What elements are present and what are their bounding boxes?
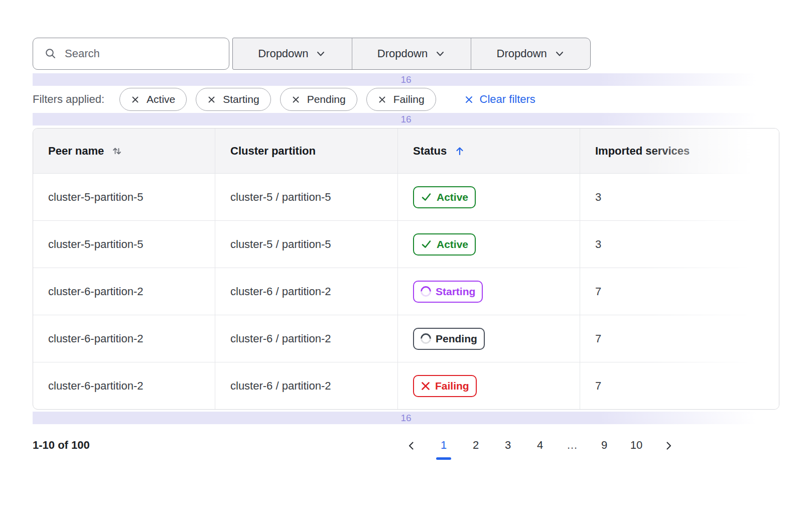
column-label: Peer name: [48, 145, 104, 158]
page-button-9[interactable]: 9: [593, 435, 616, 460]
dropdown-group: Dropdown Dropdown Dropdown: [232, 38, 591, 70]
status-badge: Failing: [413, 375, 477, 397]
filter-chip-label: Failing: [393, 93, 425, 105]
cell-imported-services: 3: [580, 221, 779, 268]
spinner-icon: [421, 286, 431, 297]
close-icon[interactable]: [292, 95, 300, 104]
filter-chip-label: Pending: [307, 93, 346, 105]
spacing-annotation-label: 16: [400, 413, 411, 424]
filters-row: Filters applied: Active Starting Pending…: [33, 88, 779, 111]
status-badge: Starting: [413, 281, 483, 303]
pagination-ellipsis: …: [561, 435, 584, 460]
column-label: Imported services: [595, 145, 690, 158]
filter-chip-starting[interactable]: Starting: [196, 88, 270, 111]
close-icon[interactable]: [131, 95, 140, 104]
spacing-annotation-label: 16: [400, 114, 411, 125]
table-row: cluster-6-partition-2 cluster-6 / partit…: [33, 362, 779, 409]
spacing-annotation-bar: 16: [33, 113, 779, 125]
page-list: 1234…910: [432, 435, 648, 460]
table-footer: 1-10 of 100 1234…910: [33, 435, 779, 460]
next-page-button[interactable]: [657, 435, 680, 460]
cell-cluster-partition: cluster-6 / partition-2: [215, 315, 398, 362]
close-icon[interactable]: [207, 95, 216, 104]
page-button-4[interactable]: 4: [528, 435, 552, 460]
spacing-annotation-bar: 16: [33, 412, 779, 424]
cell-cluster-partition: cluster-6 / partition-2: [215, 362, 398, 409]
pagination: 1234…910: [400, 435, 680, 460]
column-header-status[interactable]: Status: [398, 129, 580, 173]
search-field[interactable]: [64, 47, 221, 61]
filter-chip-pending[interactable]: Pending: [280, 88, 357, 111]
filters-applied-label: Filters applied:: [33, 93, 104, 106]
cell-status: Active: [398, 174, 580, 220]
toolbar: Dropdown Dropdown Dropdown: [33, 38, 779, 70]
status-badge: Pending: [413, 328, 485, 350]
cell-imported-services: 3: [580, 174, 779, 220]
page-button-10[interactable]: 10: [625, 435, 648, 460]
cell-peer-name: cluster-6-partition-2: [33, 315, 215, 362]
dropdown-label: Dropdown: [497, 47, 547, 60]
dropdown-label: Dropdown: [258, 47, 308, 60]
spacing-annotation-bar: 16: [33, 73, 779, 86]
page-button-current[interactable]: 1: [432, 435, 455, 460]
cell-cluster-partition: cluster-5 / partition-5: [215, 174, 398, 220]
results-summary: 1-10 of 100: [33, 435, 90, 452]
column-label: Status: [413, 145, 447, 158]
chevron-down-icon: [435, 48, 446, 59]
column-header-peer-name[interactable]: Peer name: [33, 129, 215, 173]
dropdown-button[interactable]: Dropdown: [233, 38, 352, 69]
column-header-imported-services[interactable]: Imported services: [580, 129, 779, 173]
cell-status: Failing: [398, 362, 580, 409]
table-row: cluster-6-partition-2 cluster-6 / partit…: [33, 268, 779, 315]
table-row: cluster-5-partition-5 cluster-5 / partit…: [33, 220, 779, 268]
check-icon: [421, 191, 432, 203]
search-input[interactable]: [33, 38, 229, 70]
cell-imported-services: 7: [580, 268, 779, 315]
cell-status: Pending: [398, 315, 580, 362]
table-row: cluster-5-partition-5 cluster-5 / partit…: [33, 173, 779, 220]
cell-status: Active: [398, 221, 580, 268]
clear-filters-button[interactable]: Clear filters: [464, 93, 535, 106]
peers-table: Peer name Cluster partition Status: [33, 128, 779, 410]
cell-status: Starting: [398, 268, 580, 315]
dropdown-button[interactable]: Dropdown: [471, 38, 590, 69]
cell-peer-name: cluster-6-partition-2: [33, 268, 215, 315]
x-icon: [421, 381, 431, 391]
page-button-2[interactable]: 2: [464, 435, 487, 460]
dropdown-button[interactable]: Dropdown: [352, 38, 471, 69]
column-header-cluster-partition[interactable]: Cluster partition: [215, 129, 398, 173]
previous-page-button[interactable]: [400, 435, 423, 460]
page-button-3[interactable]: 3: [496, 435, 519, 460]
filter-chip-label: Starting: [223, 93, 259, 105]
cell-peer-name: cluster-6-partition-2: [33, 362, 215, 409]
chevron-left-icon: [406, 440, 417, 451]
cell-peer-name: cluster-5-partition-5: [33, 221, 215, 268]
spinner-icon: [421, 333, 431, 344]
chevron-down-icon: [554, 48, 565, 59]
cell-cluster-partition: cluster-5 / partition-5: [215, 221, 398, 268]
dropdown-label: Dropdown: [377, 47, 428, 60]
status-badge: Active: [413, 233, 476, 256]
cell-cluster-partition: cluster-6 / partition-2: [215, 268, 398, 315]
column-label: Cluster partition: [230, 145, 316, 158]
status-label: Starting: [436, 286, 475, 298]
status-label: Active: [437, 191, 468, 203]
status-label: Failing: [435, 380, 469, 392]
cell-imported-services: 7: [580, 362, 779, 409]
filter-chip-list: Active Starting Pending Failing: [119, 88, 445, 111]
chevron-down-icon: [315, 48, 326, 59]
cell-imported-services: 7: [580, 315, 779, 362]
cell-peer-name: cluster-5-partition-5: [33, 174, 215, 220]
close-icon: [464, 95, 474, 104]
spacing-annotation-label: 16: [400, 74, 411, 85]
page: Dropdown Dropdown Dropdown 16 Filters ap…: [0, 0, 812, 507]
chevron-right-icon: [663, 440, 674, 451]
sort-up-icon[interactable]: [454, 145, 466, 157]
filter-chip-active[interactable]: Active: [119, 88, 187, 111]
sort-arrows-icon[interactable]: [111, 145, 123, 157]
table-body: cluster-5-partition-5 cluster-5 / partit…: [33, 173, 779, 409]
filter-chip-failing[interactable]: Failing: [366, 88, 436, 111]
close-icon[interactable]: [378, 95, 386, 104]
clear-filters-label: Clear filters: [480, 93, 535, 106]
content: Dropdown Dropdown Dropdown 16 Filters ap…: [33, 38, 779, 460]
